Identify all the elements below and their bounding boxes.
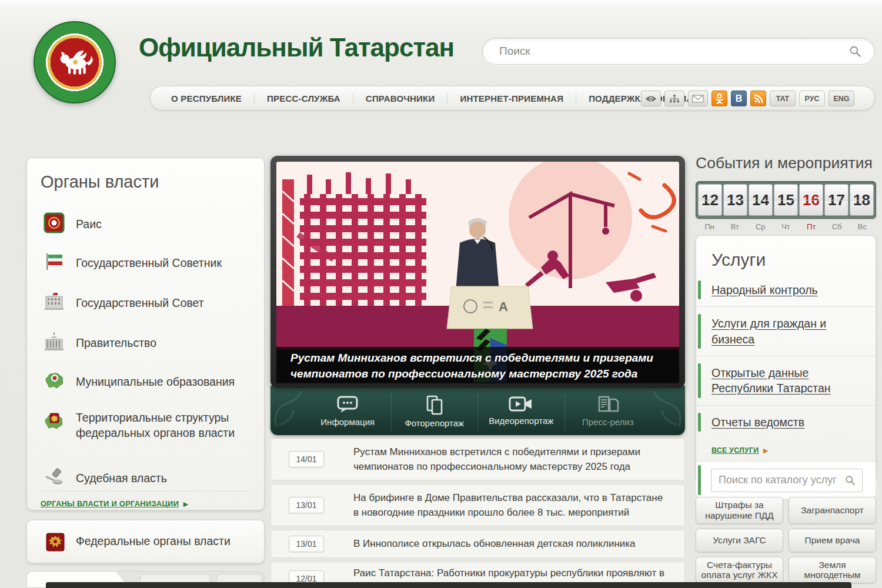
sidebar-item-municipalities[interactable]: Муниципальные образования [27, 370, 264, 399]
lang-button-tat[interactable]: TAT [770, 91, 796, 106]
calendar-day-12[interactable]: 12 [698, 184, 722, 216]
main-navigation: О РЕСПУБЛИКЕ ПРЕСС-СЛУЖБА СПРАВОЧНИКИ ИН… [150, 86, 875, 111]
mail-button[interactable] [688, 91, 708, 106]
service-link-citizens-business[interactable]: Услуги для граждан и бизнеса [696, 306, 876, 356]
news-date: 14/01 [289, 451, 324, 467]
calendar-day-14[interactable]: 14 [749, 184, 773, 216]
ornament-icon [273, 389, 303, 430]
tab-label: Видеорепортаж [489, 416, 553, 426]
tatarstan-coat-icon [44, 212, 65, 233]
tab-photo-report[interactable]: Фоторепортаж [391, 393, 478, 432]
news-title: В Иннополисе открылась обновленная детск… [353, 536, 636, 552]
services-search-input[interactable] [711, 469, 863, 492]
service-button-doctor[interactable]: Прием врача [789, 529, 876, 552]
sidebar-item-label: Муниципальные образования [76, 374, 252, 389]
nav-item-press[interactable]: ПРЕСС-СЛУЖБА [254, 93, 353, 103]
odnoklassniki-button[interactable] [711, 91, 727, 106]
nav-item-internet-reception[interactable]: ИНТЕРНЕТ-ПРИЕМНАЯ [447, 93, 576, 103]
calendar-day-16-active[interactable]: 16 [799, 184, 823, 216]
service-link-public-control[interactable]: Народный контроль [696, 273, 876, 306]
vk-button[interactable]: B [731, 91, 747, 106]
caption-line: Рустам Минниханов встретился с победител… [290, 350, 665, 366]
nav-items: О РЕСПУБЛИКЕ ПРЕСС-СЛУЖБА СПРАВОЧНИКИ ИН… [159, 91, 706, 105]
slider-tabs: Информация Фоторепортаж Видеорепортаж [305, 393, 651, 432]
gavel-icon [44, 466, 65, 487]
parliament-building-icon [44, 291, 65, 312]
sidebar-item-state-council[interactable]: Государственный Совет [27, 291, 264, 320]
weekday-label-active: Пт [799, 222, 823, 231]
page: Официальный Татарстан О РЕСПУБЛИКЕ ПРЕСС… [0, 0, 882, 588]
federal-panel-label: Федеральные органы власти [76, 534, 230, 548]
vk-icon: B [736, 93, 743, 104]
service-button-zags[interactable]: Услуги ЗАГС [696, 529, 783, 552]
photo-report-icon [425, 395, 445, 415]
events-title: События и мероприятия [696, 154, 876, 172]
weekday-label: Сб [824, 222, 848, 231]
slider-tabbar: Информация Фоторепортаж Видеорепортаж [270, 386, 685, 435]
gov-panel-title: Органы власти [41, 172, 159, 192]
caption-line: чемпионатов по профессиональному мастерс… [290, 366, 665, 382]
calendar-day-13[interactable]: 13 [723, 184, 747, 216]
news-title: Рустам Минниханов встретился с победител… [353, 445, 669, 475]
service-button-land[interactable]: Земля многодетным [789, 557, 876, 584]
sidebar-item-label: Государственный Совет [76, 295, 252, 310]
rss-button[interactable] [750, 91, 766, 106]
divider [41, 491, 250, 492]
news-item[interactable]: 13/01 В Иннополисе открылась обновленная… [270, 530, 685, 558]
tab-label: Информация [320, 417, 375, 427]
main-slider[interactable]: A Рустам Минниханов встретился с победит… [270, 156, 685, 388]
tab-information[interactable]: Информация [305, 393, 391, 432]
winged-leopard-icon [56, 43, 93, 79]
services-search [696, 461, 876, 499]
sidebar-item-label: Судебная власть [76, 470, 252, 486]
weekday-label: Вт [723, 222, 747, 231]
tatarstan-flag-icon [44, 251, 65, 272]
rss-icon [754, 94, 763, 103]
tatarstan-emblem-logo[interactable] [34, 21, 116, 103]
sidebar-item-state-counsellor[interactable]: Государственный Советник [27, 251, 264, 280]
weekday-label: Пн [697, 222, 721, 231]
accessibility-button[interactable] [641, 91, 661, 106]
odnoklassniki-icon [715, 93, 724, 104]
news-item[interactable]: 14/01 Рустам Минниханов встретился с поб… [270, 438, 685, 480]
lang-button-eng[interactable]: ENG [828, 91, 854, 106]
tab-press-release[interactable]: Пресс-релиз [564, 393, 652, 432]
news-date: 13/01 [289, 497, 324, 513]
all-gov-bodies-link[interactable]: ОРГАНЫ ВЛАСТИ И ОРГАНИЗАЦИИ [41, 499, 179, 508]
search-input[interactable] [499, 41, 840, 62]
news-title: На брифинге в Доме Правительства рассказ… [353, 490, 669, 520]
service-button-utility-bills[interactable]: Счета-фактуры оплата услуг ЖКХ [696, 557, 783, 584]
calendar-day-17[interactable]: 17 [824, 184, 848, 216]
sidebar-item-government[interactable]: Правительство [27, 331, 264, 360]
sitemap-button[interactable] [664, 91, 684, 106]
search-icon[interactable] [845, 475, 856, 486]
sidebar-item-label: Правительство [76, 335, 252, 350]
calendar-day-15[interactable]: 15 [774, 184, 798, 216]
tab-video-report[interactable]: Видеорепортаж [477, 393, 564, 432]
tab-label: Пресс-релиз [582, 417, 634, 427]
all-services-row: ВСЕ УСЛУГИ ▶ [696, 439, 876, 456]
lang-button-rus[interactable]: РУС [799, 91, 825, 106]
government-building-icon [44, 331, 65, 352]
service-button-traffic-fines[interactable]: Штрафы за нарушение ПДД [696, 497, 783, 524]
arrow-right-icon: ▶ [182, 500, 189, 507]
service-button-passport[interactable]: Загранпаспорт [789, 497, 876, 524]
press-release-icon [597, 395, 619, 414]
sidebar-item-rais[interactable]: Раис [27, 212, 264, 242]
service-link-open-data[interactable]: Открытые данные Республики Татарстан [696, 356, 876, 405]
mail-icon [692, 95, 704, 103]
footer-edge [46, 582, 851, 588]
page-title: Официальный Татарстан [139, 33, 454, 62]
nav-item-republic[interactable]: О РЕСПУБЛИКЕ [159, 93, 254, 103]
all-services-link[interactable]: ВСЕ УСЛУГИ [711, 446, 759, 455]
search-icon[interactable] [849, 45, 861, 58]
federal-bodies-panel[interactable]: Федеральные органы власти [26, 520, 265, 563]
news-item[interactable]: 13/01 На брифинге в Доме Правительства р… [270, 484, 685, 526]
nav-item-directories[interactable]: СПРАВОЧНИКИ [353, 93, 447, 103]
calendar-day-18[interactable]: 18 [850, 184, 874, 216]
service-link-agency-reports[interactable]: Отчеты ведомств [696, 405, 876, 439]
tab-label: Фоторепортаж [405, 418, 464, 428]
sidebar-item-territorial-structures[interactable]: Территориальные структуры федеральных ор… [27, 410, 264, 444]
quick-services-grid: Штрафы за нарушение ПДД Загранпаспорт Ус… [696, 497, 876, 588]
events-calendar: 12 13 14 15 16 17 18 [696, 181, 876, 219]
